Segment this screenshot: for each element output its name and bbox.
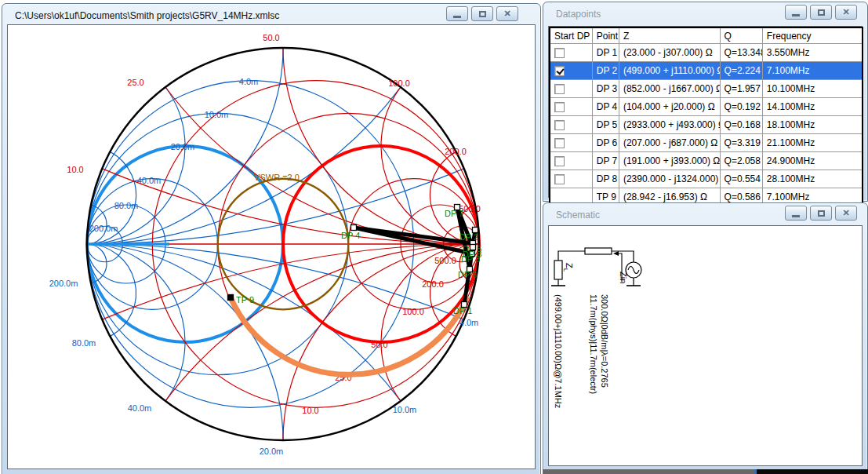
col-z[interactable]: Z — [619, 27, 720, 44]
start-dp-cell[interactable] — [550, 44, 592, 62]
col-start-dp[interactable]: Start DP — [550, 27, 592, 44]
susceptance-arc — [87, 87, 185, 244]
close-button[interactable]: ✕ — [835, 206, 857, 221]
table-row[interactable]: DP 8 (2390.000 - j1324.000) Ω Q=0.554 28… — [550, 170, 863, 188]
frequency-cell: 14.100MHz — [762, 98, 863, 116]
impedance-cell: (191.000 + j393.000) Ω — [619, 152, 720, 170]
datapoints-table: Start DP Point Z Q Frequency DP 1 (23.00… — [549, 27, 863, 207]
start-dp-cell[interactable] — [550, 116, 592, 134]
start-dp-checkbox[interactable] — [554, 102, 565, 112]
load-component[interactable] — [554, 261, 562, 279]
resistance-label: 200.0 — [422, 279, 444, 289]
frequency-cell: 7.100MHz — [762, 62, 863, 80]
check-icon — [556, 67, 564, 75]
impedance-trace — [354, 207, 475, 304]
smith-chart[interactable]: VSWR =2.010.025.050.0100.0200.0500.0500.… — [8, 25, 535, 469]
start-dp-cell[interactable] — [550, 62, 592, 80]
susceptance-label: 200.0m — [49, 279, 78, 288]
q-cell: Q=2.058 — [720, 152, 762, 170]
start-dp-cell[interactable] — [550, 134, 592, 152]
table-row[interactable]: DP 4 (104.000 + j20.000) Ω Q=0.192 14.10… — [550, 98, 863, 116]
conductance-label: 4.0m — [239, 77, 258, 86]
taskbar-dark — [757, 469, 868, 474]
schematic-canvas[interactable]: ZL Zin 300.0Ω|0dB/m|λ=0.2765 11.7m(phys)… — [549, 226, 863, 467]
datapoint-label: DP 8 — [463, 250, 481, 259]
close-button[interactable]: ✕ — [496, 6, 518, 21]
table-row[interactable]: DP 1 (23.000 - j307.000) Ω Q=13.348 3.55… — [550, 44, 863, 62]
datapoints-window: Datapoints ✕ Start DP Point Z Q Frequenc… — [543, 2, 868, 202]
start-dp-checkbox[interactable] — [554, 84, 565, 94]
point-cell: DP 2 — [592, 62, 619, 80]
start-dp-checkbox[interactable] — [554, 48, 565, 58]
point-cell: DP 4 — [592, 98, 619, 116]
start-dp-checkbox[interactable] — [554, 66, 565, 76]
impedance-cell: (2933.000 + j493.000) Ω — [619, 116, 720, 134]
point-cell: DP 5 — [592, 116, 619, 134]
minimize-icon — [792, 215, 800, 217]
smith-chart-canvas[interactable]: VSWR =2.010.025.050.0100.0200.0500.0500.… — [7, 24, 536, 469]
table-row[interactable]: DP 2 (499.000 + j1110.000) Ω Q=2.224 7.1… — [550, 62, 863, 80]
minimize-button[interactable] — [785, 5, 807, 20]
conductance-label: 80.0m — [114, 201, 139, 210]
impedance-cell: (2390.000 - j1324.000) Ω — [619, 170, 720, 188]
maximize-button[interactable] — [810, 206, 832, 221]
susceptance-label: 4.0m — [459, 318, 478, 327]
col-q[interactable]: Q — [720, 27, 762, 44]
minimize-icon — [453, 16, 461, 18]
impedance-cell: (852.000 - j1667.000) Ω — [619, 80, 720, 98]
zin-arrowhead-icon — [613, 251, 619, 256]
minimize-button[interactable] — [446, 6, 468, 21]
datapoint-marker[interactable] — [228, 295, 234, 301]
main-window-title: C:\Users\ok1uf\Documents\Smith projects\… — [15, 10, 279, 21]
datapoint-label: DP 6 — [458, 270, 477, 279]
maximize-button[interactable] — [471, 6, 493, 21]
start-dp-cell[interactable] — [550, 152, 592, 170]
table-row[interactable]: DP 6 (207.000 - j687.000) Ω Q=3.319 21.1… — [550, 134, 863, 152]
table-row[interactable]: DP 7 (191.000 + j393.000) Ω Q=2.058 24.9… — [550, 152, 863, 170]
point-cell: DP 7 — [592, 152, 619, 170]
schematic-window-buttons: ✕ — [785, 206, 857, 221]
q-cell: Q=1.957 — [720, 80, 762, 98]
q-cell: Q=0.554 — [720, 170, 762, 188]
susceptance-label: 10.0m — [393, 405, 417, 414]
start-dp-cell[interactable] — [550, 80, 592, 98]
close-button[interactable]: ✕ — [835, 5, 857, 20]
start-dp-checkbox[interactable] — [554, 156, 565, 166]
table-row[interactable]: DP 3 (852.000 - j1667.000) Ω Q=1.957 10.… — [550, 80, 863, 98]
datapoint-marker[interactable] — [351, 225, 357, 231]
datapoint-label: DP 1 — [453, 306, 472, 315]
conductance-label: 200.0m — [89, 224, 118, 233]
minimize-button[interactable] — [785, 206, 807, 221]
resistance-label: 50.0 — [371, 340, 387, 349]
q-cell: Q=13.348 — [720, 44, 762, 62]
point-cell: DP 8 — [592, 170, 619, 188]
start-dp-cell[interactable] — [550, 170, 592, 188]
start-dp-cell[interactable] — [550, 98, 592, 116]
line-spec-line2: 11.7m(phys)|11.7m(electr) — [589, 294, 598, 394]
impedance-cell: (499.000 + j1110.000) Ω — [619, 62, 720, 80]
start-dp-checkbox[interactable] — [554, 120, 565, 130]
datapoint-label: DP 7 — [445, 209, 463, 218]
table-row[interactable]: DP 5 (2933.000 + j493.000) Ω Q=0.168 18.… — [550, 116, 863, 134]
resistance-label: 100.0 — [402, 307, 424, 316]
conductance-label: 20.0m — [171, 142, 195, 151]
impedance-cell: (23.000 - j307.000) Ω — [619, 44, 720, 62]
start-dp-checkbox[interactable] — [554, 138, 565, 148]
frequency-cell: 10.100MHz — [762, 80, 863, 98]
q-cell: Q=0.192 — [720, 98, 762, 116]
maximize-button[interactable] — [810, 5, 832, 20]
reactance-label: 10.0 — [67, 165, 83, 174]
load-value-label: (499.00+j1110.00)Ω@7.1MHz — [554, 294, 563, 408]
frequency-cell: 28.100MHz — [762, 170, 863, 188]
col-frequency[interactable]: Frequency — [762, 27, 863, 44]
transmission-line-component[interactable] — [585, 248, 612, 254]
col-point[interactable]: Point — [592, 27, 619, 44]
susceptance-label: 80.0m — [72, 338, 96, 348]
susceptance-label: 20.0m — [260, 447, 284, 456]
datapoints-window-buttons: ✕ — [785, 5, 857, 20]
frequency-cell: 3.550MHz — [762, 44, 863, 62]
q-cell: Q=2.224 — [720, 62, 762, 80]
minimize-icon — [792, 14, 800, 16]
datapoints-title: Datapoints — [556, 9, 601, 20]
start-dp-checkbox[interactable] — [554, 174, 565, 184]
